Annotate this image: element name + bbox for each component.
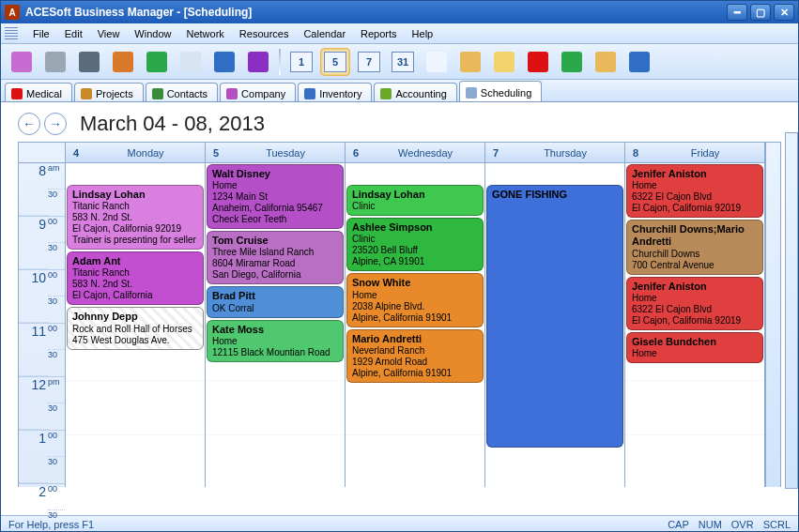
appointment-detail: OK Corral — [212, 303, 338, 314]
appointment-detail: 583 N. 2nd St. — [72, 212, 198, 223]
day-header[interactable]: 5Tuesday — [206, 143, 345, 163]
tab-projects[interactable]: Projects — [74, 83, 144, 101]
day-column-wednesday: 6WednesdayLindsay LohanClinicAshlee Simp… — [346, 143, 485, 487]
note-icon[interactable] — [489, 48, 519, 76]
tab-label: Inventory — [319, 88, 361, 99]
day-column-friday: 8FridayJenifer AnistonHome6322 El Cajon … — [625, 143, 765, 487]
folder-icon[interactable] — [176, 48, 206, 76]
book-icon[interactable] — [243, 48, 273, 76]
appointment-title: Mario Andretti — [352, 333, 478, 345]
appointment[interactable]: Jenifer AnistonHome6322 El Cajon BlvdEl … — [626, 277, 763, 330]
menu-network[interactable]: Network — [178, 25, 231, 42]
appointment-title: Gisele Bundchen — [632, 336, 758, 348]
appointment-detail: 6322 El Cajon Blvd — [632, 191, 758, 203]
day-header[interactable]: 4Monday — [66, 143, 205, 163]
status-ovr: OVR — [731, 519, 754, 530]
day-body[interactable]: Lindsay LohanClinicAshlee SimpsonClinic2… — [346, 163, 484, 487]
time-slot: 8am30 — [19, 163, 65, 217]
home-icon[interactable] — [455, 48, 485, 76]
tab-label: Company — [241, 88, 285, 99]
tab-scheduling[interactable]: Scheduling — [459, 81, 542, 101]
tab-contacts[interactable]: Contacts — [146, 83, 218, 101]
day-header[interactable]: 8Friday — [625, 143, 764, 163]
clock-icon[interactable] — [557, 48, 587, 76]
day-body[interactable]: GONE FISHING — [485, 163, 624, 487]
tab-label: Projects — [96, 88, 133, 99]
appointment[interactable]: Walt DisneyHome1234 Main StAnaheim, Cali… — [207, 164, 344, 229]
appointment[interactable]: Adam AntTitanic Ranch583 N. 2nd St.El Ca… — [67, 251, 204, 305]
day-body[interactable]: Jenifer AnistonHome6322 El Cajon BlvdEl … — [625, 163, 764, 487]
date-range-label: March 04 - 08, 2013 — [80, 112, 265, 136]
bell-icon[interactable] — [591, 48, 621, 76]
day-body[interactable]: Walt DisneyHome1234 Main StAnaheim, Cali… — [206, 163, 345, 487]
status-bar: For Help, press F1 CAP NUM OVR SCRL — [1, 515, 798, 532]
appointment-title: Tom Cruise — [212, 235, 338, 247]
day-column-thursday: 7ThursdayGONE FISHING — [485, 143, 625, 487]
appointment[interactable]: Churchill Downs;Mario AndrettiChurchill … — [626, 220, 763, 274]
tag-icon[interactable] — [523, 48, 553, 76]
print-preview-icon[interactable] — [40, 48, 70, 76]
window-title: ACESoft Business Manager - [Scheduling] — [25, 6, 727, 19]
appointment-detail: Titanic Ranch — [72, 267, 198, 279]
vertical-scrollbar[interactable] — [765, 143, 780, 487]
appointment-detail: El Cajon, California — [72, 290, 198, 301]
view-5day-icon[interactable]: 5 — [320, 48, 350, 76]
maximize-button[interactable]: ▢ — [750, 4, 771, 21]
right-gutter[interactable] — [785, 132, 798, 489]
time-slot: 110030 — [19, 324, 65, 377]
appointment[interactable]: Ashlee SimpsonClinic23520 Bell BluffAlpi… — [346, 218, 484, 271]
toolbar: 15731 — [1, 44, 798, 80]
minimize-button[interactable]: ━ — [727, 4, 747, 21]
tab-medical[interactable]: Medical — [5, 83, 72, 101]
day-body[interactable]: Lindsay LohanTitanic Ranch583 N. 2nd St.… — [66, 163, 205, 487]
appointment-detail: Home — [632, 180, 758, 191]
appointment[interactable]: Johnny DeppRock and Roll Hall of Horses4… — [67, 307, 204, 349]
day-header[interactable]: 6Wednesday — [346, 143, 484, 163]
tab-accounting[interactable]: Accounting — [374, 83, 456, 101]
appointment-detail: El Cajon, California 92019 — [72, 223, 198, 235]
toolbar-separator — [279, 49, 281, 75]
menu-edit[interactable]: Edit — [57, 25, 90, 42]
palette-icon[interactable] — [108, 48, 138, 76]
appointment[interactable]: Brad PittOK Corral — [207, 286, 344, 317]
view-31day-icon[interactable]: 31 — [388, 48, 418, 76]
view-7day-icon[interactable]: 7 — [354, 48, 384, 76]
menu-reports[interactable]: Reports — [353, 25, 405, 42]
print-icon[interactable] — [74, 48, 104, 76]
appointment[interactable]: Tom CruiseThree Mile Island Ranch8604 Mi… — [207, 231, 344, 284]
tab-company[interactable]: Company — [220, 83, 296, 101]
appointment[interactable]: Gisele BundchenHome — [626, 332, 763, 363]
appointment[interactable]: Mario AndrettiNeverland Ranch1929 Arnold… — [346, 329, 484, 383]
menu-help[interactable]: Help — [405, 25, 441, 42]
appointment[interactable]: Jenifer AnistonHome6322 El Cajon BlvdEl … — [626, 164, 763, 218]
prev-week-button[interactable]: ← — [18, 113, 40, 135]
menu-resources[interactable]: Resources — [232, 25, 297, 42]
appointment-title: Adam Ant — [72, 255, 198, 267]
status-caps: CAP — [668, 519, 689, 530]
view-1day-icon[interactable]: 1 — [286, 48, 316, 76]
app-icon: A — [5, 5, 20, 20]
time-slot: 10030 — [19, 431, 65, 484]
menu-window[interactable]: Window — [127, 25, 178, 42]
next-week-button[interactable]: → — [44, 113, 67, 135]
tab-label: Medical — [26, 88, 62, 99]
appointment[interactable]: GONE FISHING — [486, 185, 623, 448]
menu-view[interactable]: View — [90, 25, 128, 42]
appointment[interactable]: Snow WhiteHome2038 Alpine Blvd.Alpine, C… — [346, 273, 484, 327]
help-icon[interactable] — [209, 48, 239, 76]
tab-inventory[interactable]: Inventory — [298, 83, 372, 101]
new-doc-icon[interactable] — [7, 48, 37, 76]
day-header[interactable]: 7Thursday — [485, 143, 624, 163]
calendar-grid-icon[interactable] — [422, 48, 452, 76]
alarm-icon[interactable] — [624, 48, 654, 76]
appointment[interactable]: Lindsay LohanTitanic Ranch583 N. 2nd St.… — [67, 185, 204, 250]
menu-file[interactable]: File — [25, 25, 57, 42]
close-button[interactable]: ✕ — [774, 4, 794, 21]
day-column-tuesday: 5TuesdayWalt DisneyHome1234 Main StAnahe… — [206, 143, 346, 487]
appointment[interactable]: Lindsay LohanClinic — [346, 185, 484, 216]
tab-strip: MedicalProjectsContactsCompanyInventoryA… — [1, 80, 798, 102]
parrot-icon[interactable] — [142, 48, 172, 76]
appointment[interactable]: Kate MossHome12115 Black Mountian Road — [207, 320, 344, 362]
time-slot: 100030 — [19, 270, 65, 324]
menu-calendar[interactable]: Calendar — [296, 25, 353, 42]
